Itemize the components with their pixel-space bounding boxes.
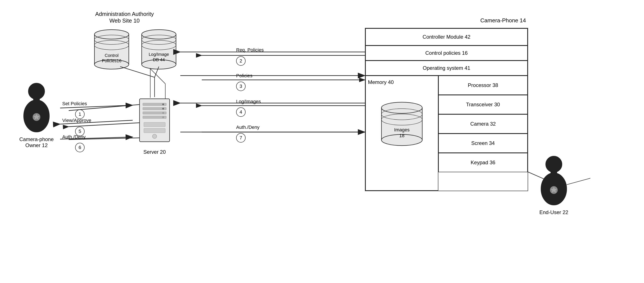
memory-module: Memory 40 Images 18 xyxy=(365,76,438,191)
svg-rect-41 xyxy=(33,99,40,104)
transceiver: Transceiver 30 xyxy=(438,95,528,114)
view-approve-label: View/Approve xyxy=(62,118,91,123)
auth-deny-7-label: Auth./Deny xyxy=(236,124,260,130)
svg-point-38 xyxy=(152,134,157,138)
operating-system: Operating system 41 xyxy=(365,60,528,76)
owner-label: Camera-phoneOwner 12 xyxy=(19,136,54,148)
policies-label: Policies xyxy=(236,73,252,78)
svg-text:Control: Control xyxy=(105,53,118,58)
svg-text:DB 44: DB 44 xyxy=(153,57,165,62)
keypad-component: Keypad 36 xyxy=(438,153,528,172)
log-images-label: Log/Images xyxy=(236,99,261,104)
svg-point-32 xyxy=(162,104,164,105)
svg-point-33 xyxy=(162,108,164,110)
step-4: 4 xyxy=(236,107,246,117)
svg-point-50 xyxy=(382,102,422,113)
screen-component: Screen 34 xyxy=(438,134,528,153)
req-policies-label: Req. Policies xyxy=(236,47,264,53)
svg-point-34 xyxy=(162,112,164,114)
control-policies-db: Control Policies16 xyxy=(92,26,131,74)
controller-module: Controller Module 42 xyxy=(365,28,528,46)
auth-deny-6-label: Auth./Deny xyxy=(62,134,86,140)
svg-point-14 xyxy=(94,30,129,39)
end-user-label: End-User 22 xyxy=(540,209,568,215)
svg-point-35 xyxy=(162,116,164,118)
log-image-db: Log/Image DB 44 xyxy=(140,26,178,74)
step-3: 3 xyxy=(236,82,246,91)
control-policies-component: Control policies 16 xyxy=(365,46,528,60)
svg-rect-36 xyxy=(144,122,165,127)
admin-authority-label: Administration Authority Web Site 10 xyxy=(92,11,157,24)
processor: Processor 38 xyxy=(438,76,528,95)
svg-point-44 xyxy=(546,156,562,172)
svg-text:Log/Image: Log/Image xyxy=(149,52,169,57)
camera-component: Camera 32 xyxy=(438,114,528,134)
svg-rect-46 xyxy=(550,172,557,177)
step-2: 2 xyxy=(236,56,246,66)
svg-point-39 xyxy=(28,83,45,100)
svg-rect-37 xyxy=(144,128,165,133)
diagram-container: Administration Authority Web Site 10 Con… xyxy=(0,0,644,283)
set-policies-label: Set Policies xyxy=(62,101,87,106)
step-7: 7 xyxy=(236,133,246,142)
svg-text:Policies16: Policies16 xyxy=(102,58,121,63)
svg-point-21 xyxy=(142,30,176,39)
camera-phone-box-label: Camera-Phone 14 xyxy=(365,17,528,24)
server: Server 20 xyxy=(133,96,176,155)
camera-phone-owner: Camera-phoneOwner 12 xyxy=(17,82,56,148)
svg-text:Images: Images xyxy=(394,127,410,132)
svg-text:18: 18 xyxy=(399,133,404,138)
step-6: 6 xyxy=(75,143,84,152)
end-user: End-User 22 xyxy=(534,154,573,215)
